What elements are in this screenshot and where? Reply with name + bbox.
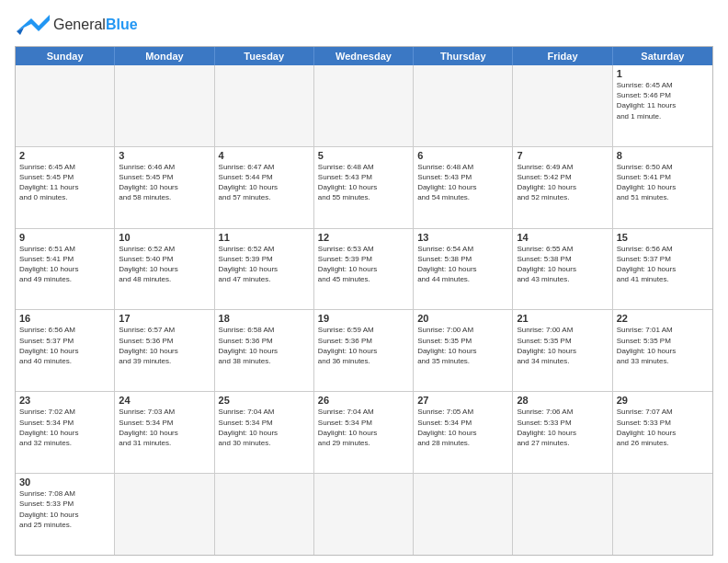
calendar-cell: 4Sunrise: 6:47 AM Sunset: 5:44 PM Daylig… xyxy=(215,147,314,228)
calendar-cell xyxy=(215,65,314,146)
day-info: Sunrise: 6:55 AM Sunset: 5:38 PM Dayligh… xyxy=(517,244,608,285)
day-number: 7 xyxy=(517,150,608,161)
calendar-cell: 28Sunrise: 7:06 AM Sunset: 5:33 PM Dayli… xyxy=(513,392,612,473)
calendar-row-1: 2Sunrise: 6:45 AM Sunset: 5:45 PM Daylig… xyxy=(16,146,712,228)
calendar-row-5: 30Sunrise: 7:08 AM Sunset: 5:33 PM Dayli… xyxy=(16,473,712,555)
calendar-cell: 20Sunrise: 7:00 AM Sunset: 5:35 PM Dayli… xyxy=(414,310,513,391)
calendar-cell: 5Sunrise: 6:48 AM Sunset: 5:43 PM Daylig… xyxy=(314,147,414,228)
calendar-cell: 29Sunrise: 7:07 AM Sunset: 5:33 PM Dayli… xyxy=(613,392,712,473)
day-info: Sunrise: 6:46 AM Sunset: 5:45 PM Dayligh… xyxy=(119,162,210,203)
day-info: Sunrise: 7:04 AM Sunset: 5:34 PM Dayligh… xyxy=(219,407,310,448)
day-info: Sunrise: 6:45 AM Sunset: 5:45 PM Dayligh… xyxy=(19,162,110,203)
day-number: 23 xyxy=(19,395,110,406)
day-info: Sunrise: 7:00 AM Sunset: 5:35 PM Dayligh… xyxy=(417,325,508,366)
day-number: 12 xyxy=(318,232,409,243)
calendar-cell: 26Sunrise: 7:04 AM Sunset: 5:34 PM Dayli… xyxy=(314,392,414,473)
day-number: 22 xyxy=(617,313,709,324)
calendar-cell xyxy=(16,65,115,146)
calendar-cell: 15Sunrise: 6:56 AM Sunset: 5:37 PM Dayli… xyxy=(613,229,712,310)
logo-icon xyxy=(15,11,50,39)
day-number: 3 xyxy=(119,150,210,161)
day-info: Sunrise: 6:54 AM Sunset: 5:38 PM Dayligh… xyxy=(417,244,508,285)
day-number: 16 xyxy=(19,313,110,324)
day-number: 4 xyxy=(219,150,310,161)
calendar-cell: 14Sunrise: 6:55 AM Sunset: 5:38 PM Dayli… xyxy=(513,229,612,310)
day-info: Sunrise: 6:48 AM Sunset: 5:43 PM Dayligh… xyxy=(417,162,508,203)
calendar-cell: 9Sunrise: 6:51 AM Sunset: 5:41 PM Daylig… xyxy=(16,229,115,310)
day-info: Sunrise: 7:02 AM Sunset: 5:34 PM Dayligh… xyxy=(19,407,110,448)
day-number: 28 xyxy=(517,395,608,406)
calendar-cell: 30Sunrise: 7:08 AM Sunset: 5:33 PM Dayli… xyxy=(16,474,115,555)
day-info: Sunrise: 7:07 AM Sunset: 5:33 PM Dayligh… xyxy=(617,407,709,448)
day-info: Sunrise: 6:53 AM Sunset: 5:39 PM Dayligh… xyxy=(318,244,409,285)
day-info: Sunrise: 7:00 AM Sunset: 5:35 PM Dayligh… xyxy=(517,325,608,366)
day-info: Sunrise: 6:47 AM Sunset: 5:44 PM Dayligh… xyxy=(219,162,310,203)
svg-marker-0 xyxy=(17,15,50,31)
day-info: Sunrise: 6:58 AM Sunset: 5:36 PM Dayligh… xyxy=(219,325,310,366)
calendar-cell xyxy=(115,474,214,555)
calendar-cell xyxy=(513,474,612,555)
calendar-cell: 8Sunrise: 6:50 AM Sunset: 5:41 PM Daylig… xyxy=(613,147,712,228)
calendar-cell xyxy=(215,474,314,555)
calendar-row-3: 16Sunrise: 6:56 AM Sunset: 5:37 PM Dayli… xyxy=(16,309,712,391)
calendar-body: 1Sunrise: 6:45 AM Sunset: 5:46 PM Daylig… xyxy=(16,65,712,555)
day-number: 5 xyxy=(318,150,409,161)
day-header-saturday: Saturday xyxy=(613,47,712,65)
day-info: Sunrise: 6:52 AM Sunset: 5:39 PM Dayligh… xyxy=(219,244,310,285)
day-number: 21 xyxy=(517,313,608,324)
calendar-cell xyxy=(314,65,414,146)
calendar-cell xyxy=(513,65,612,146)
day-number: 15 xyxy=(617,232,709,243)
day-number: 20 xyxy=(417,313,508,324)
day-header-tuesday: Tuesday xyxy=(215,47,314,65)
day-number: 9 xyxy=(19,232,110,243)
calendar-cell xyxy=(414,474,513,555)
calendar-row-4: 23Sunrise: 7:02 AM Sunset: 5:34 PM Dayli… xyxy=(16,391,712,473)
day-number: 24 xyxy=(119,395,210,406)
day-info: Sunrise: 7:08 AM Sunset: 5:33 PM Dayligh… xyxy=(19,488,110,530)
calendar-cell: 21Sunrise: 7:00 AM Sunset: 5:35 PM Dayli… xyxy=(513,310,612,391)
day-info: Sunrise: 6:56 AM Sunset: 5:37 PM Dayligh… xyxy=(19,325,110,366)
day-info: Sunrise: 7:06 AM Sunset: 5:33 PM Dayligh… xyxy=(517,407,608,448)
day-number: 29 xyxy=(617,395,709,406)
page: GeneralBlue SundayMondayTuesdayWednesday… xyxy=(0,0,728,563)
calendar-cell: 10Sunrise: 6:52 AM Sunset: 5:40 PM Dayli… xyxy=(115,229,214,310)
day-info: Sunrise: 6:52 AM Sunset: 5:40 PM Dayligh… xyxy=(119,244,210,285)
calendar-row-2: 9Sunrise: 6:51 AM Sunset: 5:41 PM Daylig… xyxy=(16,228,712,310)
day-info: Sunrise: 7:01 AM Sunset: 5:35 PM Dayligh… xyxy=(617,325,709,366)
day-number: 11 xyxy=(219,232,310,243)
calendar-cell: 2Sunrise: 6:45 AM Sunset: 5:45 PM Daylig… xyxy=(16,147,115,228)
day-info: Sunrise: 6:56 AM Sunset: 5:37 PM Dayligh… xyxy=(617,244,709,285)
logo: GeneralBlue xyxy=(15,11,138,39)
day-info: Sunrise: 7:05 AM Sunset: 5:34 PM Dayligh… xyxy=(417,407,508,448)
logo-text: GeneralBlue xyxy=(53,17,138,33)
day-info: Sunrise: 7:04 AM Sunset: 5:34 PM Dayligh… xyxy=(318,407,409,448)
day-number: 1 xyxy=(617,68,709,79)
day-number: 10 xyxy=(119,232,210,243)
day-info: Sunrise: 6:50 AM Sunset: 5:41 PM Dayligh… xyxy=(617,162,709,203)
day-number: 8 xyxy=(617,150,709,161)
day-number: 18 xyxy=(219,313,310,324)
day-info: Sunrise: 6:45 AM Sunset: 5:46 PM Dayligh… xyxy=(617,80,709,121)
day-number: 27 xyxy=(417,395,508,406)
day-number: 2 xyxy=(19,150,110,161)
day-number: 19 xyxy=(318,313,409,324)
calendar-cell: 25Sunrise: 7:04 AM Sunset: 5:34 PM Dayli… xyxy=(215,392,314,473)
day-header-friday: Friday xyxy=(513,47,612,65)
day-header-monday: Monday xyxy=(115,47,214,65)
calendar-cell: 7Sunrise: 6:49 AM Sunset: 5:42 PM Daylig… xyxy=(513,147,612,228)
day-info: Sunrise: 6:49 AM Sunset: 5:42 PM Dayligh… xyxy=(517,162,608,203)
calendar-cell: 19Sunrise: 6:59 AM Sunset: 5:36 PM Dayli… xyxy=(314,310,414,391)
calendar-cell: 27Sunrise: 7:05 AM Sunset: 5:34 PM Dayli… xyxy=(414,392,513,473)
calendar-cell: 3Sunrise: 6:46 AM Sunset: 5:45 PM Daylig… xyxy=(115,147,214,228)
calendar-cell: 1Sunrise: 6:45 AM Sunset: 5:46 PM Daylig… xyxy=(613,65,712,146)
day-info: Sunrise: 6:57 AM Sunset: 5:36 PM Dayligh… xyxy=(119,325,210,366)
day-number: 14 xyxy=(517,232,608,243)
day-number: 17 xyxy=(119,313,210,324)
calendar-cell: 23Sunrise: 7:02 AM Sunset: 5:34 PM Dayli… xyxy=(16,392,115,473)
day-info: Sunrise: 6:51 AM Sunset: 5:41 PM Dayligh… xyxy=(19,244,110,285)
day-header-sunday: Sunday xyxy=(16,47,115,65)
calendar-cell: 18Sunrise: 6:58 AM Sunset: 5:36 PM Dayli… xyxy=(215,310,314,391)
calendar-cell xyxy=(314,474,414,555)
day-header-wednesday: Wednesday xyxy=(314,47,414,65)
